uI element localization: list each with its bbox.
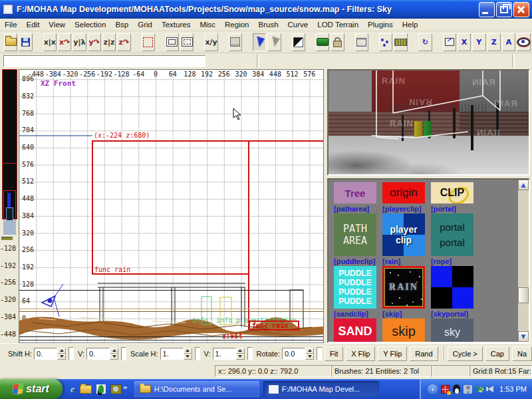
rotate-spinner-extra-field[interactable] bbox=[317, 347, 322, 360]
menu-item-brush[interactable]: Brush bbox=[254, 20, 283, 29]
swap-axis-button[interactable]: x/y bbox=[204, 33, 217, 51]
start-button[interactable]: start bbox=[0, 379, 63, 399]
x-flip-button[interactable]: X Flip bbox=[346, 346, 375, 361]
menu-item-textures[interactable]: Textures bbox=[157, 20, 195, 29]
shift-h-spinner-down-arrow[interactable] bbox=[57, 354, 66, 360]
scale-v-spinner-value[interactable]: 1. bbox=[213, 348, 236, 360]
texture-tile-origin[interactable]: origin bbox=[382, 182, 425, 203]
rotate-spinner-up-arrow[interactable] bbox=[305, 348, 314, 354]
shift-v-spinner-up-arrow[interactable] bbox=[110, 348, 118, 354]
contrast-button[interactable] bbox=[292, 33, 305, 51]
scale-h-spinner-up-arrow[interactable] bbox=[184, 348, 192, 354]
texture-tile-patharea[interactable]: PATHAREA bbox=[334, 213, 376, 256]
hide-show-button[interactable] bbox=[517, 33, 531, 51]
quick-launch-overflow-chevron[interactable]: » bbox=[123, 383, 128, 392]
menu-item-misc[interactable]: Misc bbox=[195, 20, 220, 29]
menu-item-view[interactable]: View bbox=[44, 20, 70, 29]
rotate-y-button[interactable]: y↷ bbox=[88, 33, 101, 51]
scale-h-spinner-value[interactable]: 1. bbox=[160, 348, 184, 360]
texture-scrollbar[interactable]: ▲ ▼ bbox=[518, 180, 529, 342]
menu-item-bsp[interactable]: Bsp bbox=[110, 20, 133, 29]
scale-v-spinner-down-arrow[interactable] bbox=[236, 354, 245, 360]
fit-button[interactable]: Fit bbox=[325, 346, 343, 361]
lock-x-button[interactable]: X bbox=[458, 33, 471, 51]
rand-button[interactable]: Rand bbox=[410, 346, 438, 361]
entity-connect-button[interactable] bbox=[379, 33, 392, 51]
window-region-button[interactable] bbox=[180, 33, 194, 51]
window-layout-button[interactable] bbox=[166, 33, 179, 51]
2d-front-view-canvas[interactable]: -448-384-320-256-192-128-640641281922563… bbox=[19, 70, 323, 342]
scrollbar-thumb[interactable] bbox=[518, 287, 529, 303]
tray-msn-grid-icon[interactable] bbox=[441, 385, 450, 394]
tray-volume-icon[interactable] bbox=[488, 386, 493, 392]
folder-shortcut-icon[interactable] bbox=[80, 385, 92, 394]
shift-h-spinner-value[interactable]: 0. bbox=[34, 348, 57, 360]
2d-front-view[interactable]: -448-384-320-256-192-128-640641281922563… bbox=[19, 69, 324, 343]
menu-item-file[interactable]: File bbox=[0, 20, 22, 29]
shift-h-spinner-extra-field[interactable] bbox=[68, 347, 74, 360]
lock-y-button[interactable]: Y bbox=[472, 33, 485, 51]
3d-camera-view[interactable]: RAIN RAIN RAIN RAIN RAIN RAIN bbox=[327, 69, 530, 176]
tray-satellite-icon[interactable] bbox=[475, 385, 485, 394]
menu-item-help[interactable]: Help bbox=[398, 20, 423, 29]
texture-tile-playerclip[interactable]: playerclip bbox=[382, 213, 425, 256]
scale-v-spinner[interactable]: 1. bbox=[213, 348, 245, 360]
texture-add-button[interactable] bbox=[267, 33, 281, 51]
texture-view-button[interactable] bbox=[253, 33, 266, 51]
menu-item-curve[interactable]: Curve bbox=[283, 20, 313, 29]
texture-tile-portal[interactable]: portalportal bbox=[431, 213, 473, 256]
texture-tile-puddleclip[interactable]: PUDDLEPUDDLEPUDDLEPUDDLE bbox=[334, 266, 376, 309]
scroll-up-button[interactable]: ▲ bbox=[518, 180, 529, 190]
scale-v-spinner-extra-field[interactable] bbox=[247, 347, 253, 360]
shift-v-spinner-down-arrow[interactable] bbox=[110, 354, 118, 360]
texture-tile-clip[interactable]: CLIP bbox=[431, 182, 473, 203]
rotate-x-button[interactable]: x↷ bbox=[58, 33, 71, 51]
texture-tile-sandclip[interactable]: SANDSAND bbox=[334, 319, 376, 343]
save-button[interactable] bbox=[19, 33, 32, 51]
menu-item-plugins[interactable]: Plugins bbox=[363, 20, 398, 29]
texture-browser[interactable]: TreeoriginCLIP[patharea][playerclip][por… bbox=[327, 178, 530, 343]
shift-v-spinner[interactable]: 0. bbox=[86, 348, 118, 360]
lock-z-button[interactable]: Z bbox=[487, 33, 501, 51]
selection-region-button[interactable] bbox=[142, 33, 155, 51]
menu-item-region[interactable]: Region bbox=[220, 20, 253, 29]
rotate-spinner-value[interactable]: 0.0 bbox=[282, 348, 305, 360]
rotate-spinner[interactable]: 0.0 bbox=[282, 348, 314, 360]
flip-x-button[interactable]: x|x bbox=[43, 33, 57, 51]
scale-h-spinner[interactable]: 1. bbox=[160, 348, 192, 360]
menu-item-lod-terrain[interactable]: LOD Terrain bbox=[313, 20, 363, 29]
texture-tile-skyportal[interactable]: skyportal bbox=[431, 319, 473, 343]
shift-h-spinner[interactable]: 0. bbox=[34, 348, 66, 360]
texture-tile-tree[interactable]: Tree bbox=[334, 182, 376, 203]
cap-button[interactable]: Cap bbox=[485, 346, 509, 361]
flip-y-button[interactable]: y|λ bbox=[72, 33, 86, 51]
texture-filter-input[interactable] bbox=[3, 55, 205, 67]
taskbar-button-f-mohaa-map-devel[interactable]: F:/MOHAA Map Devel... bbox=[263, 381, 379, 397]
measure-button[interactable] bbox=[394, 33, 408, 51]
scale-v-spinner-up-arrow[interactable] bbox=[236, 348, 245, 354]
rotate-z-button[interactable]: z↷ bbox=[117, 33, 130, 51]
rotate-spinner-down-arrow[interactable] bbox=[305, 354, 314, 360]
media-player-icon[interactable] bbox=[110, 384, 122, 394]
tray-penguin-icon[interactable] bbox=[453, 384, 460, 394]
texture-tile-rain[interactable]: RAIN bbox=[382, 266, 425, 309]
texture-tile-rope[interactable] bbox=[431, 266, 473, 309]
change-views-button[interactable] bbox=[229, 33, 242, 51]
menu-item-grid[interactable]: Grid bbox=[133, 20, 157, 29]
ie-icon[interactable]: e bbox=[70, 384, 75, 395]
cycle-button[interactable]: Cycle > bbox=[448, 346, 483, 361]
menu-item-edit[interactable]: Edit bbox=[22, 20, 45, 29]
restore-button[interactable] bbox=[496, 2, 512, 17]
free-rotate-button[interactable]: ↻ bbox=[418, 33, 432, 51]
na-button[interactable]: Na bbox=[512, 346, 532, 361]
popup-menu-button[interactable] bbox=[443, 33, 456, 51]
camera-button[interactable] bbox=[316, 33, 329, 51]
shift-v-spinner-value[interactable]: 0. bbox=[86, 348, 110, 360]
tray-collapse-chevron[interactable]: ‹ bbox=[428, 384, 438, 394]
z-axis-strip[interactable]: -128-192-256-320-384-448 bbox=[0, 69, 19, 343]
shift-v-spinner-extra-field[interactable] bbox=[121, 347, 126, 360]
minimize-button[interactable] bbox=[479, 2, 495, 17]
open-button[interactable] bbox=[4, 33, 17, 51]
scale-h-spinner-down-arrow[interactable] bbox=[184, 354, 192, 360]
lock-texture-button[interactable] bbox=[331, 33, 344, 51]
